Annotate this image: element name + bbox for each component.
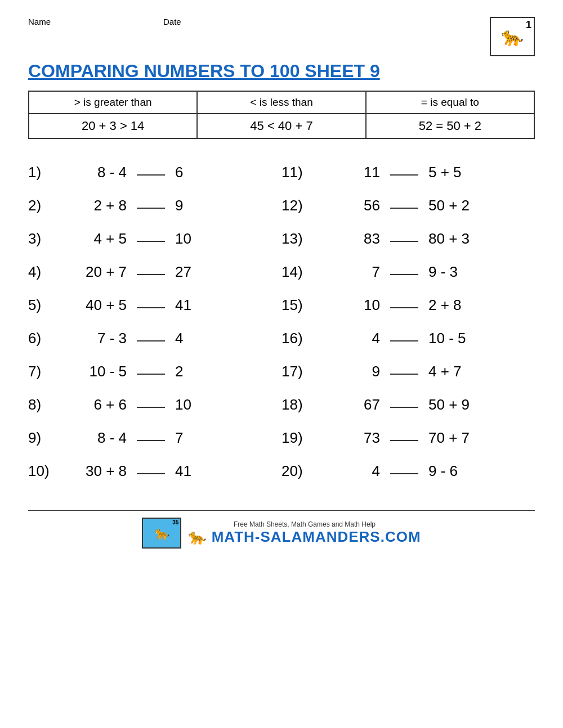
problem-row: 12) 56 50 + 2	[282, 189, 535, 222]
prob-left: 4 + 5	[59, 230, 132, 248]
prob-number: 17)	[282, 363, 312, 380]
footer-logo-icon: 🐆	[154, 526, 169, 541]
prob-left: 8 - 4	[59, 429, 132, 447]
prob-number: 8)	[28, 396, 59, 414]
problem-row: 14) 7 9 - 3	[282, 255, 535, 289]
prob-blank[interactable]	[137, 208, 165, 209]
prob-blank[interactable]	[390, 208, 418, 209]
prob-blank[interactable]	[390, 374, 418, 375]
prob-left: 11	[312, 164, 386, 181]
footer-logo-num: 35	[172, 519, 178, 525]
problem-row: 5) 40 + 5 41	[28, 289, 281, 322]
prob-blank[interactable]	[390, 307, 418, 308]
prob-number: 6)	[28, 330, 59, 347]
prob-right: 4	[169, 330, 226, 347]
prob-blank[interactable]	[390, 407, 418, 408]
prob-left: 10 - 5	[59, 363, 132, 380]
footer: 35 🐆 Free Math Sheets, Math Games and Ma…	[28, 510, 535, 549]
prob-blank[interactable]	[137, 274, 165, 275]
prob-left: 8 - 4	[59, 164, 132, 181]
prob-number: 10)	[28, 462, 59, 480]
ref-example-less: 45 < 40 + 7	[197, 114, 365, 138]
prob-left: 83	[312, 230, 386, 248]
prob-blank[interactable]	[137, 407, 165, 408]
prob-right: 7	[169, 429, 226, 447]
prob-blank[interactable]	[390, 174, 418, 176]
problem-row: 1) 8 - 4 6	[28, 156, 281, 189]
prob-right: 10	[169, 230, 226, 248]
prob-number: 5)	[28, 296, 59, 314]
prob-number: 3)	[28, 230, 59, 248]
prob-number: 2)	[28, 197, 59, 214]
problem-row: 6) 7 - 3 4	[28, 322, 281, 355]
logo-number: 1	[526, 19, 531, 31]
prob-right: 2	[169, 363, 226, 380]
prob-blank[interactable]	[137, 473, 165, 474]
prob-left: 7 - 3	[59, 330, 132, 347]
prob-blank[interactable]	[390, 241, 418, 242]
problem-row: 20) 4 9 - 6	[282, 455, 535, 488]
prob-number: 18)	[282, 396, 312, 414]
prob-right: 4 + 7	[423, 363, 479, 380]
prob-number: 19)	[282, 429, 312, 447]
prob-left: 67	[312, 396, 386, 414]
prob-blank[interactable]	[137, 241, 165, 242]
prob-blank[interactable]	[137, 174, 165, 176]
prob-number: 20)	[282, 462, 312, 480]
problem-row: 17) 9 4 + 7	[282, 355, 535, 388]
prob-blank[interactable]	[390, 473, 418, 474]
prob-right: 9 - 6	[423, 462, 479, 480]
problem-row: 19) 73 70 + 7	[282, 421, 535, 455]
problem-row: 3) 4 + 5 10	[28, 222, 281, 255]
prob-number: 14)	[282, 263, 312, 281]
prob-left: 6 + 6	[59, 396, 132, 414]
prob-number: 1)	[28, 164, 59, 181]
prob-right: 41	[169, 296, 226, 314]
prob-left: 7	[312, 263, 386, 281]
prob-left: 9	[312, 363, 386, 380]
problem-row: 8) 6 + 6 10	[28, 388, 281, 421]
header-logo: 1 🐆	[490, 17, 535, 56]
prob-right: 70 + 7	[423, 429, 479, 447]
problem-row: 15) 10 2 + 8	[282, 289, 535, 322]
prob-number: 13)	[282, 230, 312, 248]
prob-left: 20 + 7	[59, 263, 132, 281]
logo-icon: 🐆	[501, 26, 524, 47]
page-title: COMPARING NUMBERS TO 100 SHEET 9	[28, 61, 535, 82]
footer-text: Free Math Sheets, Math Games and Math He…	[188, 520, 421, 546]
prob-right: 50 + 9	[423, 396, 479, 414]
problem-row: 16) 4 10 - 5	[282, 322, 535, 355]
footer-site: 🐆 MATH-SALAMANDERS.COM	[188, 528, 421, 546]
problem-row: 18) 67 50 + 9	[282, 388, 535, 421]
footer-math-icon: 🐆	[188, 528, 207, 545]
prob-left: 4	[312, 330, 386, 347]
prob-number: 12)	[282, 197, 312, 214]
problems-section: 1) 8 - 4 6 2) 2 + 8 9 3) 4 + 5 10 4) 20 …	[28, 156, 535, 488]
prob-number: 15)	[282, 296, 312, 314]
prob-blank[interactable]	[390, 340, 418, 341]
problem-row: 13) 83 80 + 3	[282, 222, 535, 255]
prob-number: 7)	[28, 363, 59, 380]
prob-blank[interactable]	[137, 440, 165, 441]
prob-blank[interactable]	[390, 440, 418, 441]
prob-right: 6	[169, 164, 226, 181]
ref-header-equal: = is equal to	[366, 91, 534, 114]
footer-tagline: Free Math Sheets, Math Games and Math He…	[188, 520, 421, 528]
prob-blank[interactable]	[390, 274, 418, 275]
prob-left: 40 + 5	[59, 296, 132, 314]
prob-right: 10 - 5	[423, 330, 479, 347]
prob-number: 4)	[28, 263, 59, 281]
prob-right: 2 + 8	[423, 296, 479, 314]
prob-left: 30 + 8	[59, 462, 132, 480]
ref-example-greater: 20 + 3 > 14	[29, 114, 197, 138]
prob-left: 4	[312, 462, 386, 480]
prob-blank[interactable]	[137, 307, 165, 308]
ref-example-equal: 52 = 50 + 2	[366, 114, 534, 138]
prob-blank[interactable]	[137, 340, 165, 341]
prob-right: 9	[169, 197, 226, 214]
prob-right: 5 + 5	[423, 164, 479, 181]
prob-left: 2 + 8	[59, 197, 132, 214]
prob-blank[interactable]	[137, 374, 165, 375]
top-bar: Name Date 1 🐆	[28, 17, 535, 56]
prob-number: 9)	[28, 429, 59, 447]
